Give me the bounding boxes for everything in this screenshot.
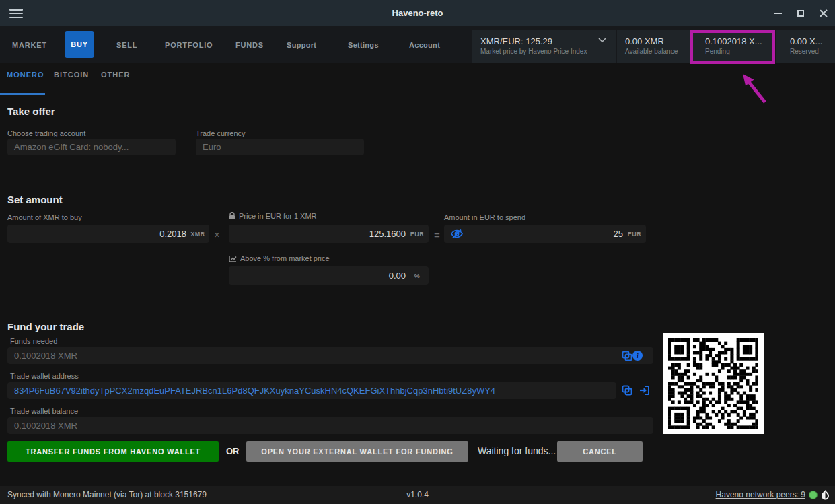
network-peers-link[interactable]: Haveno network peers: 9 bbox=[716, 490, 805, 499]
tab-other[interactable]: OTHER bbox=[101, 71, 131, 79]
or-label: OR bbox=[226, 446, 240, 456]
transfer-funds-button[interactable]: TRANSFER FUNDS FROM HAVENO WALLET bbox=[7, 441, 219, 462]
funds-needed-label: Funds needed bbox=[10, 337, 57, 345]
deviation-label-text: Above % from market price bbox=[240, 254, 330, 262]
amount-value: 0.2018 bbox=[159, 229, 186, 239]
hamburger-menu-icon[interactable] bbox=[9, 9, 23, 18]
wallet-balance-value: 0.1002018 XMR bbox=[7, 421, 77, 431]
nav-item-sell[interactable]: SELL bbox=[116, 26, 137, 63]
pending-balance-block: 0.1002018 X... Pending bbox=[692, 30, 775, 63]
funds-needed-value: 0.1002018 XMR bbox=[7, 351, 77, 361]
tab-bitcoin[interactable]: BITCOIN bbox=[54, 71, 89, 79]
deviation-value: 0.00 bbox=[389, 271, 406, 281]
close-button[interactable] bbox=[812, 0, 835, 26]
nav-item-portfolio[interactable]: PORTFOLIO bbox=[165, 26, 213, 63]
wallet-balance-field: 0.1002018 XMR bbox=[7, 417, 653, 434]
copy-funds-icon[interactable] bbox=[622, 351, 632, 361]
nav-item-settings[interactable]: Settings bbox=[348, 26, 379, 63]
connection-status-dot bbox=[809, 491, 818, 499]
maximize-icon bbox=[797, 10, 804, 17]
available-balance-label: Available balance bbox=[625, 47, 690, 57]
available-balance-block: 0.00 XMR Available balance bbox=[617, 30, 690, 63]
nav-item-account[interactable]: Account bbox=[409, 26, 440, 63]
amount-label: Amount of XMR to buy bbox=[7, 213, 82, 221]
total-label: Amount in EUR to spend bbox=[444, 213, 525, 221]
wallet-address-label: Trade wallet address bbox=[10, 372, 79, 380]
info-icon[interactable]: i bbox=[632, 351, 643, 361]
trading-account-select[interactable]: Amazon eGift Card: nobody... bbox=[7, 139, 176, 155]
trade-currency-select[interactable]: Euro bbox=[196, 139, 364, 155]
amount-unit: XMR bbox=[186, 231, 209, 238]
haveno-app-window: Haveno-reto MARKET BUY SELL PORTFOLIO FU… bbox=[0, 0, 835, 504]
wallet-balance-label: Trade wallet balance bbox=[10, 407, 78, 415]
amount-input[interactable]: 0.2018 XMR bbox=[7, 225, 209, 243]
deviation-label: Above % from market price bbox=[229, 254, 330, 262]
trading-account-value: Amazon eGift Card: nobody... bbox=[7, 142, 129, 152]
wallet-address-field[interactable]: 834P6FuB67V92ithdyTpPCX2mzqdEuPFATEJRBcn… bbox=[7, 382, 616, 399]
available-balance-value: 0.00 XMR bbox=[625, 36, 690, 47]
waiting-status-text: Waiting for funds... bbox=[478, 445, 556, 456]
trade-currency-value: Euro bbox=[196, 142, 221, 152]
price-label: Price in EUR for 1 XMR bbox=[229, 212, 317, 220]
app-version: v1.0.4 bbox=[406, 490, 429, 499]
cancel-button[interactable]: CANCEL bbox=[557, 441, 643, 462]
market-price-selector[interactable]: XMR/EUR: 125.29 Market price by Haveno P… bbox=[472, 30, 616, 63]
chevron-down-icon bbox=[598, 38, 606, 43]
trade-currency-label: Trade currency bbox=[196, 129, 246, 137]
market-price-value: XMR/EUR: 125.29 bbox=[480, 36, 616, 47]
equals-operator: = bbox=[434, 229, 440, 241]
minimize-button[interactable] bbox=[766, 0, 789, 26]
price-label-text: Price in EUR for 1 XMR bbox=[239, 212, 317, 220]
nav-item-funds[interactable]: FUNDS bbox=[235, 26, 264, 63]
take-offer-title: Take offer bbox=[7, 106, 55, 117]
title-bar: Haveno-reto bbox=[0, 0, 835, 26]
price-unit: EUR bbox=[406, 231, 429, 238]
tor-onion-icon bbox=[821, 489, 830, 501]
deviation-input[interactable]: 0.00 % bbox=[229, 266, 429, 285]
deviation-unit: % bbox=[406, 273, 429, 279]
balance-ticker: XMR/EUR: 125.29 Market price by Haveno P… bbox=[471, 30, 835, 63]
maximize-button[interactable] bbox=[789, 0, 812, 26]
open-wallet-icon[interactable] bbox=[639, 385, 651, 396]
eye-slash-icon[interactable] bbox=[451, 229, 463, 239]
price-input[interactable]: 125.1600 EUR bbox=[229, 225, 429, 243]
close-icon bbox=[820, 9, 828, 17]
active-tab-underline bbox=[0, 93, 45, 95]
tab-monero[interactable]: MONERO bbox=[7, 71, 44, 79]
funds-needed-field: 0.1002018 XMR i bbox=[7, 347, 653, 364]
trading-account-label: Choose trading account bbox=[7, 129, 85, 137]
pending-balance-label: Pending bbox=[705, 47, 775, 57]
status-bar: Synced with Monero Mainnet (via Tor) at … bbox=[0, 486, 835, 504]
copy-address-icon[interactable] bbox=[622, 385, 632, 396]
reserved-balance-value: 0.00 X... bbox=[790, 36, 835, 47]
total-unit: EUR bbox=[623, 231, 646, 238]
reserved-balance-label: Reserved bbox=[790, 47, 835, 57]
nav-item-buy[interactable]: BUY bbox=[65, 31, 94, 58]
minimize-icon bbox=[774, 13, 782, 14]
lock-icon bbox=[229, 212, 235, 220]
reserved-balance-block: 0.00 X... Reserved bbox=[776, 30, 835, 63]
chart-icon bbox=[229, 255, 237, 262]
total-input[interactable]: 25 EUR bbox=[444, 225, 646, 243]
multiply-operator: × bbox=[214, 229, 220, 240]
price-value: 125.1600 bbox=[369, 229, 406, 239]
market-price-source: Market price by Haveno Price Index bbox=[480, 47, 616, 57]
crypto-tabbar: MONERO BITCOIN OTHER bbox=[0, 63, 835, 95]
total-value: 25 bbox=[614, 229, 623, 239]
main-navbar: MARKET BUY SELL PORTFOLIO FUNDS Support … bbox=[0, 26, 835, 63]
pending-balance-value: 0.1002018 X... bbox=[705, 36, 775, 47]
fund-trade-title: Fund your trade bbox=[7, 321, 84, 332]
sync-status: Synced with Monero Mainnet (via Tor) at … bbox=[7, 490, 207, 499]
nav-item-support[interactable]: Support bbox=[287, 26, 316, 63]
nav-item-market[interactable]: MARKET bbox=[12, 26, 47, 63]
wallet-address-value: 834P6FuB67V92ithdyTpPCX2mzqdEuPFATEJRBcn… bbox=[7, 386, 495, 396]
wallet-qr-code bbox=[663, 333, 764, 434]
window-title: Haveno-reto bbox=[0, 8, 835, 18]
external-wallet-button[interactable]: OPEN YOUR EXTERNAL WALLET FOR FUNDING bbox=[246, 441, 468, 462]
set-amount-title: Set amount bbox=[7, 194, 63, 205]
